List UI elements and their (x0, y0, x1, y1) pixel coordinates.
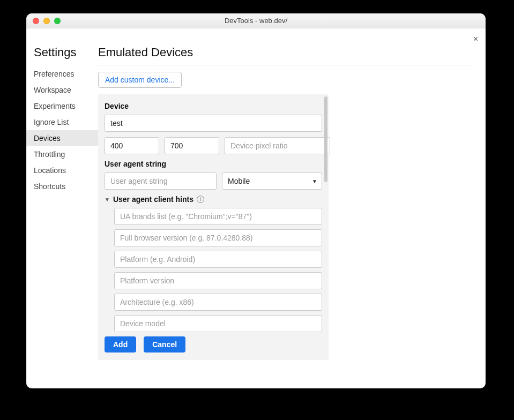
window: DevTools - web.dev/ × Settings Preferenc… (26, 13, 486, 388)
sidebar-title: Settings (34, 46, 98, 59)
info-icon[interactable]: i (197, 196, 204, 203)
ua-section-label: User agent string (105, 160, 322, 168)
chevron-down-icon: ▼ (312, 178, 317, 184)
actions: Add Cancel (105, 336, 322, 352)
window-minimize-icon[interactable] (43, 18, 50, 24)
sidebar-item-preferences[interactable]: Preferences (26, 66, 98, 82)
window-zoom-icon[interactable] (54, 18, 61, 24)
ua-type-select[interactable]: Mobile ▼ (222, 172, 322, 190)
titlebar: DevTools - web.dev/ (26, 13, 486, 28)
sidebar-item-locations[interactable]: Locations (26, 162, 98, 178)
sidebar-item-devices[interactable]: Devices (26, 130, 98, 146)
client-hints-list (105, 208, 322, 332)
scrollbar[interactable] (323, 94, 329, 189)
window-title: DevTools - web.dev/ (26, 17, 486, 25)
disclosure-triangle-icon: ▼ (105, 197, 110, 202)
device-editor-panel: Device User agent string (98, 94, 329, 360)
page-title: Emulated Devices (98, 46, 473, 59)
device-width-input[interactable] (105, 137, 159, 154)
add-button[interactable]: Add (105, 336, 136, 352)
sidebar-item-throttling[interactable]: Throttling (26, 146, 98, 162)
client-hints-toggle[interactable]: ▼ User agent client hints i (105, 195, 322, 204)
main: Emulated Devices Add custom device... De… (98, 28, 486, 388)
divider (98, 65, 473, 65)
traffic-lights (26, 18, 61, 24)
sidebar-item-shortcuts[interactable]: Shortcuts (26, 178, 98, 194)
device-height-input[interactable] (165, 137, 219, 154)
client-hints-label: User agent client hints (113, 195, 193, 204)
hint-platform-version-input[interactable] (114, 272, 322, 289)
ua-type-value: Mobile (228, 177, 250, 185)
hint-architecture-input[interactable] (114, 294, 322, 311)
hint-full-version-input[interactable] (114, 229, 322, 246)
sidebar-item-experiments[interactable]: Experiments (26, 98, 98, 114)
device-name-input[interactable] (105, 115, 322, 132)
cancel-button[interactable]: Cancel (144, 336, 185, 352)
sidebar: Settings Preferences Workspace Experimen… (26, 28, 98, 388)
hint-device-model-input[interactable] (114, 315, 322, 332)
user-agent-input[interactable] (105, 172, 217, 190)
device-section-label: Device (105, 102, 322, 110)
scrollbar-thumb[interactable] (324, 96, 327, 182)
sidebar-items: Preferences Workspace Experiments Ignore… (26, 66, 98, 194)
sidebar-item-workspace[interactable]: Workspace (26, 82, 98, 98)
device-pixel-ratio-input[interactable] (225, 137, 330, 154)
window-close-icon[interactable] (33, 18, 39, 24)
sidebar-item-ignore-list[interactable]: Ignore List (26, 114, 98, 130)
hint-brands-input[interactable] (114, 208, 322, 225)
hint-platform-input[interactable] (114, 251, 322, 268)
add-custom-device-button[interactable]: Add custom device... (98, 72, 182, 88)
client-area: × Settings Preferences Workspace Experim… (26, 28, 486, 388)
